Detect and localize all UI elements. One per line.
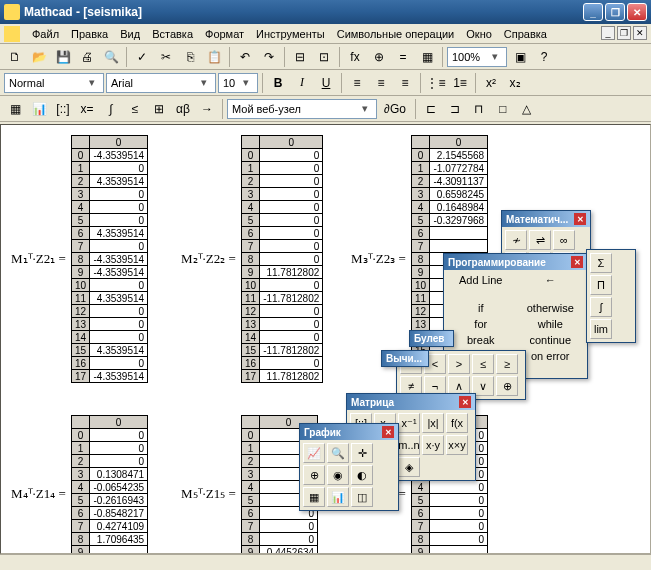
palette-button[interactable]: Π bbox=[590, 275, 612, 295]
save-button[interactable]: 💾 bbox=[52, 46, 74, 68]
palette-button[interactable]: f(x bbox=[446, 413, 468, 433]
menu-format[interactable]: Формат bbox=[199, 26, 250, 42]
size-combo[interactable]: 10▾ bbox=[218, 73, 258, 93]
prog-item[interactable]: ← bbox=[516, 272, 586, 300]
palette-button[interactable]: ▦ bbox=[303, 487, 325, 507]
bool-button[interactable]: ≤ bbox=[472, 354, 494, 374]
minimize-button[interactable]: _ bbox=[583, 3, 603, 21]
palette-eval[interactable]: Вычи... bbox=[381, 350, 429, 367]
nav3-button[interactable]: ⊓ bbox=[468, 98, 490, 120]
preview-button[interactable]: 🔍 bbox=[100, 46, 122, 68]
palette-button[interactable]: ⊕ bbox=[303, 465, 325, 485]
menu-tools[interactable]: Инструменты bbox=[250, 26, 331, 42]
nav5-button[interactable]: △ bbox=[516, 98, 538, 120]
chevron-down-icon[interactable]: ▾ bbox=[488, 50, 502, 63]
font-combo[interactable]: Arial▾ bbox=[106, 73, 216, 93]
palette-button[interactable]: 🔍 bbox=[327, 443, 349, 463]
prog-item[interactable]: continue bbox=[516, 332, 586, 348]
palette-button[interactable]: ≁ bbox=[505, 230, 527, 250]
palette-button[interactable]: x⁻¹ bbox=[398, 413, 420, 433]
prog-item[interactable]: for bbox=[446, 316, 516, 332]
chevron-down-icon[interactable]: ▾ bbox=[85, 76, 99, 89]
web-combo[interactable]: Мой веб-узел▾ bbox=[227, 99, 377, 119]
align-center-button[interactable]: ≡ bbox=[370, 72, 392, 94]
redo-button[interactable]: ↷ bbox=[258, 46, 280, 68]
palette-button[interactable]: ◫ bbox=[351, 487, 373, 507]
maximize-button[interactable]: ❐ bbox=[605, 3, 625, 21]
mdi-min[interactable]: _ bbox=[601, 26, 615, 40]
align-left-button[interactable]: ≡ bbox=[346, 72, 368, 94]
palette-bool[interactable]: Булев bbox=[409, 330, 454, 347]
palette-button[interactable]: ◐ bbox=[351, 465, 373, 485]
undo-button[interactable]: ↶ bbox=[234, 46, 256, 68]
close-icon[interactable]: ✕ bbox=[571, 256, 583, 268]
bool-button[interactable]: ⊕ bbox=[496, 376, 518, 396]
matrix-palette-button[interactable]: [::] bbox=[52, 98, 74, 120]
help-button[interactable]: ? bbox=[533, 46, 555, 68]
menu-file[interactable]: Файл bbox=[26, 26, 65, 42]
chevron-down-icon[interactable]: ▾ bbox=[358, 102, 372, 115]
menu-symbolic[interactable]: Символьные операции bbox=[331, 26, 461, 42]
unit-button[interactable]: ⊕ bbox=[368, 46, 390, 68]
palette-button[interactable]: 📊 bbox=[327, 487, 349, 507]
nav4-button[interactable]: □ bbox=[492, 98, 514, 120]
symb-palette-button[interactable]: → bbox=[196, 98, 218, 120]
calc2-palette-button[interactable]: ∫ bbox=[100, 98, 122, 120]
palette-button[interactable]: ◉ bbox=[327, 465, 349, 485]
copy-button[interactable]: ⎘ bbox=[179, 46, 201, 68]
menu-help[interactable]: Справка bbox=[498, 26, 553, 42]
bool-button[interactable]: ≥ bbox=[496, 354, 518, 374]
calc-button[interactable]: = bbox=[392, 46, 414, 68]
numbers-button[interactable]: 1≡ bbox=[449, 72, 471, 94]
italic-button[interactable]: I bbox=[291, 72, 313, 94]
cut-button[interactable]: ✂ bbox=[155, 46, 177, 68]
mdi-restore[interactable]: ❐ bbox=[617, 26, 631, 40]
document-area[interactable]: M₁ᵀ·Z2₁ =00-4.35395141024.35395143040506… bbox=[0, 124, 651, 554]
open-button[interactable]: 📂 bbox=[28, 46, 50, 68]
paste-button[interactable]: 📋 bbox=[203, 46, 225, 68]
prog-item[interactable]: break bbox=[446, 332, 516, 348]
align-right-button[interactable]: ≡ bbox=[394, 72, 416, 94]
palette-button[interactable]: |x| bbox=[422, 413, 444, 433]
ref-button[interactable]: ▣ bbox=[509, 46, 531, 68]
print-button[interactable]: 🖨 bbox=[76, 46, 98, 68]
palette-button[interactable]: ⇌ bbox=[529, 230, 551, 250]
prog-palette-button[interactable]: ⊞ bbox=[148, 98, 170, 120]
comp-button[interactable]: ▦ bbox=[416, 46, 438, 68]
palette-button[interactable]: x×y bbox=[446, 435, 468, 455]
close-button[interactable]: ✕ bbox=[627, 3, 647, 21]
chevron-down-icon[interactable]: ▾ bbox=[197, 76, 211, 89]
palette-graph[interactable]: График✕ 📈🔍✛ ⊕◉◐ ▦📊◫ bbox=[299, 423, 399, 511]
close-icon[interactable]: ✕ bbox=[574, 213, 586, 225]
menu-insert[interactable]: Вставка bbox=[146, 26, 199, 42]
close-icon[interactable]: ✕ bbox=[459, 396, 471, 408]
align2-button[interactable]: ⊡ bbox=[313, 46, 335, 68]
palette-calc[interactable]: ΣΠ ∫lim bbox=[586, 249, 636, 343]
mdi-close[interactable]: ✕ bbox=[633, 26, 647, 40]
fx-button[interactable]: fx bbox=[344, 46, 366, 68]
palette-button[interactable]: lim bbox=[590, 319, 612, 339]
palette-button[interactable]: ∫ bbox=[590, 297, 612, 317]
close-icon[interactable]: ✕ bbox=[382, 426, 394, 438]
sup-button[interactable]: x² bbox=[480, 72, 502, 94]
calc-palette-button[interactable]: ▦ bbox=[4, 98, 26, 120]
prog-item[interactable]: Add Line bbox=[446, 272, 516, 300]
underline-button[interactable]: U bbox=[315, 72, 337, 94]
prog-item[interactable]: if bbox=[446, 300, 516, 316]
menu-view[interactable]: Вид bbox=[114, 26, 146, 42]
palette-button[interactable]: m..n bbox=[398, 435, 420, 455]
go-button[interactable]: ∂Go bbox=[379, 98, 411, 120]
palette-button[interactable]: Σ bbox=[590, 253, 612, 273]
bool-button[interactable]: > bbox=[448, 354, 470, 374]
prog-item[interactable]: otherwise bbox=[516, 300, 586, 316]
palette-button[interactable]: ◈ bbox=[398, 457, 420, 477]
bullets-button[interactable]: ⋮≡ bbox=[425, 72, 447, 94]
nav2-button[interactable]: ⊐ bbox=[444, 98, 466, 120]
bold-button[interactable]: B bbox=[267, 72, 289, 94]
greek-palette-button[interactable]: αβ bbox=[172, 98, 194, 120]
eval-palette-button[interactable]: x= bbox=[76, 98, 98, 120]
nav1-button[interactable]: ⊏ bbox=[420, 98, 442, 120]
menu-edit[interactable]: Правка bbox=[65, 26, 114, 42]
prog-item[interactable]: while bbox=[516, 316, 586, 332]
new-button[interactable]: 🗋 bbox=[4, 46, 26, 68]
